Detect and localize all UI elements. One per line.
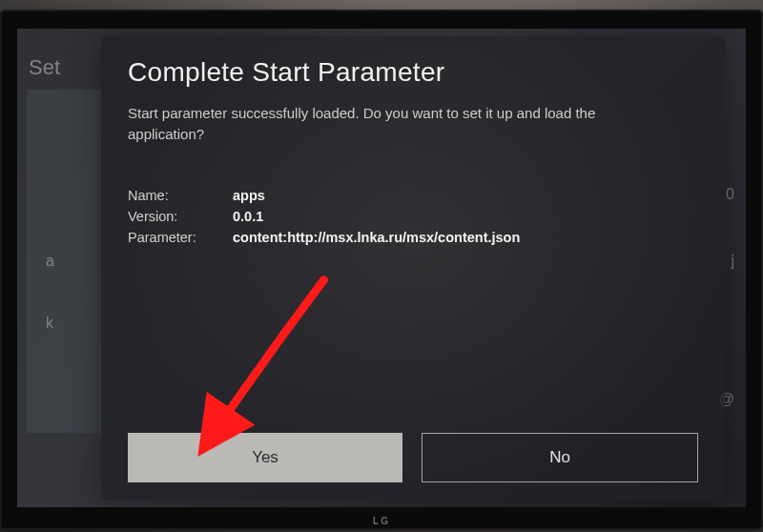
tv-bezel: Set 0 a j k @ Complete Start Parameter S…	[0, 10, 763, 530]
background-panel	[27, 90, 101, 433]
no-button[interactable]: No	[422, 433, 698, 482]
detail-label-version: Version:	[128, 206, 233, 227]
detail-value-name: apps	[233, 185, 265, 206]
dialog-message: Start parameter successfully loaded. Do …	[128, 103, 662, 145]
tv-brand-logo: LG	[373, 516, 390, 526]
dialog-button-row: Yes No	[128, 433, 698, 482]
no-button-label: No	[549, 448, 570, 467]
yes-button-label: Yes	[252, 448, 278, 467]
dialog: Complete Start Parameter Start parameter…	[101, 36, 725, 500]
dialog-title: Complete Start Parameter	[128, 57, 698, 88]
detail-label-parameter: Parameter:	[128, 227, 233, 248]
tv-screen: Set 0 a j k @ Complete Start Parameter S…	[17, 29, 746, 507]
detail-value-parameter: content:http://msx.lnka.ru/msx/content.j…	[233, 227, 520, 248]
background-key-0: 0	[726, 186, 734, 203]
photo-background: Set 0 a j k @ Complete Start Parameter S…	[0, 0, 763, 532]
background-key-k: k	[46, 315, 53, 332]
background-key-a: a	[46, 253, 54, 270]
background-title-fragment: Set	[29, 55, 60, 80]
detail-label-name: Name:	[128, 185, 233, 206]
yes-button[interactable]: Yes	[128, 433, 402, 482]
detail-row-version: Version: 0.0.1	[128, 206, 698, 227]
detail-value-version: 0.0.1	[233, 206, 263, 227]
detail-row-parameter: Parameter: content:http://msx.lnka.ru/ms…	[128, 227, 698, 248]
dialog-details: Name: apps Version: 0.0.1 Parameter: con…	[128, 185, 698, 249]
background-key-j: j	[731, 253, 734, 270]
detail-row-name: Name: apps	[128, 185, 698, 206]
